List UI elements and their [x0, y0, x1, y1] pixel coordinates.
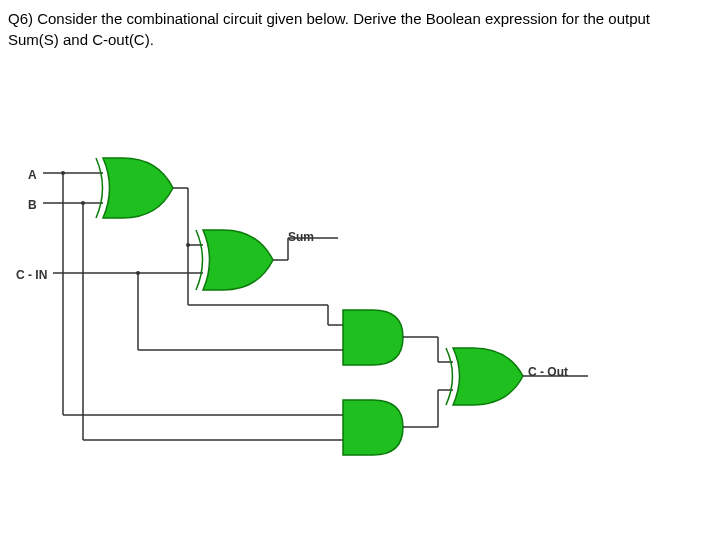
gate-1	[96, 158, 173, 218]
gate-2	[196, 230, 273, 290]
gate-5	[446, 348, 523, 405]
junction-g1	[186, 243, 190, 247]
question-line-1: Q6) Consider the combinational circuit g…	[8, 10, 650, 27]
circuit-diagram: A B C - IN Sum C - Out	[8, 130, 708, 510]
question-text: Q6) Consider the combinational circuit g…	[8, 8, 712, 50]
gate-3	[343, 310, 403, 365]
circuit-svg	[8, 130, 708, 510]
question-line-2: Sum(S) and C-out(C).	[8, 31, 154, 48]
junction-b	[81, 201, 85, 205]
junction-cin	[136, 271, 140, 275]
gate-4	[343, 400, 403, 455]
junction-a	[61, 171, 65, 175]
